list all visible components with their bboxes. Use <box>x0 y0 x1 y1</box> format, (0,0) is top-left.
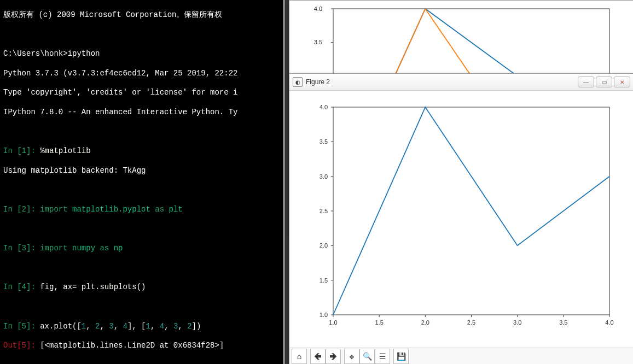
save-icon: 💾 <box>397 352 406 361</box>
blank <box>3 127 280 138</box>
blank <box>3 185 280 196</box>
blank <box>3 302 280 313</box>
svg-text:2.0: 2.0 <box>421 319 429 326</box>
svg-text:4.0: 4.0 <box>605 319 613 326</box>
zoom-button[interactable]: 🔍 <box>359 349 375 364</box>
blank <box>3 30 280 40</box>
window-app-icon: ◐ <box>293 77 303 87</box>
in-1-resp: Using matplotlib backend: TkAgg <box>3 166 280 177</box>
ipython-info: IPython 7.8.0 -- An enhanced Interactive… <box>3 107 280 118</box>
out-5: Out[5]: [<matplotlib.lines.Line2D at 0x6… <box>3 340 280 351</box>
cmd-prompt: C:\Users\honk>ipython <box>3 49 280 60</box>
arrow-left-icon: 🡸 <box>314 352 322 361</box>
svg-rect-7 <box>333 107 609 315</box>
minimize-button[interactable]: — <box>578 77 594 87</box>
svg-text:3.0: 3.0 <box>320 173 328 180</box>
window-title: Figure 2 <box>306 78 330 86</box>
figure-2-toolbar: ⌂ 🡸 🡺 ✥ 🔍 ☰ 💾 <box>289 348 633 364</box>
svg-text:3.5: 3.5 <box>314 39 322 45</box>
svg-text:1.5: 1.5 <box>320 277 328 284</box>
in-1: In [1]: %matplotlib <box>3 146 280 157</box>
svg-text:3.5: 3.5 <box>559 319 567 326</box>
blank <box>3 224 280 235</box>
forward-button[interactable]: 🡺 <box>326 349 341 364</box>
in-3: In [3]: import numpy as np <box>3 243 280 254</box>
configure-button[interactable]: ☰ <box>375 349 390 364</box>
in-5: In [5]: ax.plot([1, 2, 3, 4], [1, 4, 3, … <box>3 321 280 332</box>
svg-text:1.0: 1.0 <box>320 312 328 318</box>
svg-text:2.5: 2.5 <box>320 208 328 214</box>
terminal-header-line: 版权所有 (c) 2009 Microsoft Corporation。保留所有… <box>3 10 280 21</box>
maximize-button[interactable]: ▭ <box>596 77 612 87</box>
blank <box>3 263 280 274</box>
home-button[interactable]: ⌂ <box>292 349 307 364</box>
window-controls: — ▭ ✕ <box>576 77 630 87</box>
move-icon: ✥ <box>350 352 354 361</box>
svg-text:1.0: 1.0 <box>329 319 337 326</box>
svg-text:4.0: 4.0 <box>314 5 322 12</box>
terminal[interactable]: 版权所有 (c) 2009 Microsoft Corporation。保留所有… <box>0 0 285 364</box>
save-button[interactable]: 💾 <box>393 349 409 364</box>
svg-text:3.5: 3.5 <box>320 138 328 145</box>
home-icon: ⌂ <box>297 352 301 361</box>
svg-text:2.0: 2.0 <box>320 242 328 249</box>
in-2: In [2]: import matplotlib.pyplot as plt <box>3 204 280 215</box>
python-version: Python 3.7.3 (v3.7.3:ef4ec6ed12, Mar 25 … <box>3 68 280 79</box>
pan-button[interactable]: ✥ <box>344 349 359 364</box>
figure-2-window[interactable]: ◐ Figure 2 — ▭ ✕ 1.0 1.5 2.0 2.5 3.0 3.5… <box>289 73 633 364</box>
blank <box>3 360 280 364</box>
figure-2-titlebar[interactable]: ◐ Figure 2 — ▭ ✕ <box>289 74 633 91</box>
sliders-icon: ☰ <box>379 352 386 361</box>
python-info-1: Type 'copyright', 'credits' or 'license'… <box>3 87 280 98</box>
svg-text:3.0: 3.0 <box>513 319 521 326</box>
svg-text:1.5: 1.5 <box>375 319 384 326</box>
svg-text:2.5: 2.5 <box>467 319 475 326</box>
in-4: In [4]: fig, ax= plt.subplots() <box>3 282 280 293</box>
arrow-right-icon: 🡺 <box>329 352 337 361</box>
search-icon: 🔍 <box>363 352 372 361</box>
figure-2-plot[interactable]: 1.0 1.5 2.0 2.5 3.0 3.5 4.0 1.0 1.5 2.0 … <box>289 91 633 348</box>
close-button[interactable]: ✕ <box>614 77 630 87</box>
back-button[interactable]: 🡸 <box>310 349 326 364</box>
svg-text:4.0: 4.0 <box>320 104 328 110</box>
